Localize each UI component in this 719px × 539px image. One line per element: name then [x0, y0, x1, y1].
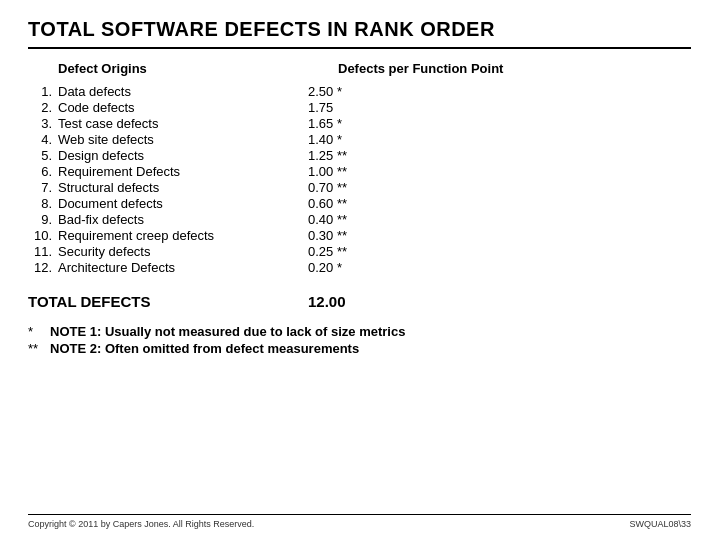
note-text: NOTE 2: Often omitted from defect measur…: [50, 341, 359, 356]
row-value: 1.65 *: [308, 116, 388, 131]
col-defects-header: Defects per Function Point: [338, 61, 503, 76]
note-row: * NOTE 1: Usually not measured due to la…: [28, 324, 691, 339]
row-value: 0.30 **: [308, 228, 388, 243]
row-name: Structural defects: [58, 180, 308, 195]
table-row: 4. Web site defects 1.40 *: [28, 132, 691, 147]
row-number: 4.: [28, 132, 58, 147]
table-row: 9. Bad-fix defects 0.40 **: [28, 212, 691, 227]
row-name: Web site defects: [58, 132, 308, 147]
row-number: 11.: [28, 244, 58, 259]
table-row: 10. Requirement creep defects 0.30 **: [28, 228, 691, 243]
total-value: 12.00: [308, 293, 346, 310]
row-name: Data defects: [58, 84, 308, 99]
row-number: 7.: [28, 180, 58, 195]
row-name: Architecture Defects: [58, 260, 308, 275]
row-value: 1.25 **: [308, 148, 388, 163]
row-number: 6.: [28, 164, 58, 179]
row-value: 0.70 **: [308, 180, 388, 195]
footer-code: SWQUAL08\33: [629, 519, 691, 529]
notes-section: * NOTE 1: Usually not measured due to la…: [28, 324, 691, 358]
row-name: Security defects: [58, 244, 308, 259]
row-value: 0.60 **: [308, 196, 388, 211]
row-value: 1.00 **: [308, 164, 388, 179]
bottom-divider: [28, 514, 691, 515]
row-number: 2.: [28, 100, 58, 115]
row-name: Requirement Defects: [58, 164, 308, 179]
row-name: Requirement creep defects: [58, 228, 308, 243]
table-row: 11. Security defects 0.25 **: [28, 244, 691, 259]
table-row: 6. Requirement Defects 1.00 **: [28, 164, 691, 179]
note-text: NOTE 1: Usually not measured due to lack…: [50, 324, 405, 339]
row-name: Design defects: [58, 148, 308, 163]
content-area: Defect Origins Defects per Function Poin…: [28, 61, 691, 514]
table-row: 5. Design defects 1.25 **: [28, 148, 691, 163]
row-number: 9.: [28, 212, 58, 227]
total-row: TOTAL DEFECTS 12.00: [28, 293, 691, 310]
row-number: 10.: [28, 228, 58, 243]
row-number: 8.: [28, 196, 58, 211]
row-number: 1.: [28, 84, 58, 99]
row-name: Document defects: [58, 196, 308, 211]
column-headers: Defect Origins Defects per Function Poin…: [28, 61, 691, 76]
row-value: 1.40 *: [308, 132, 388, 147]
row-value: 0.20 *: [308, 260, 388, 275]
table-row: 2. Code defects 1.75: [28, 100, 691, 115]
footer-copyright: Copyright © 2011 by Capers Jones. All Ri…: [28, 519, 254, 529]
table-row: 1. Data defects 2.50 *: [28, 84, 691, 99]
table-row: 8. Document defects 0.60 **: [28, 196, 691, 211]
row-number: 5.: [28, 148, 58, 163]
row-value: 1.75: [308, 100, 388, 115]
row-value: 2.50 *: [308, 84, 388, 99]
note-symbol: *: [28, 324, 50, 339]
row-number: 3.: [28, 116, 58, 131]
row-value: 0.25 **: [308, 244, 388, 259]
row-value: 0.40 **: [308, 212, 388, 227]
footer-row: Copyright © 2011 by Capers Jones. All Ri…: [28, 519, 691, 529]
page: TOTAL SOFTWARE DEFECTS IN RANK ORDER Def…: [0, 0, 719, 539]
note-row: ** NOTE 2: Often omitted from defect mea…: [28, 341, 691, 356]
total-label: TOTAL DEFECTS: [28, 293, 308, 310]
table-row: 3. Test case defects 1.65 *: [28, 116, 691, 131]
table-row: 12. Architecture Defects 0.20 *: [28, 260, 691, 275]
row-name: Test case defects: [58, 116, 308, 131]
row-number: 12.: [28, 260, 58, 275]
table-row: 7. Structural defects 0.70 **: [28, 180, 691, 195]
defect-list: 1. Data defects 2.50 * 2. Code defects 1…: [28, 84, 691, 275]
col-origins-header: Defect Origins: [58, 61, 338, 76]
note-symbol: **: [28, 341, 50, 356]
page-title: TOTAL SOFTWARE DEFECTS IN RANK ORDER: [28, 18, 691, 41]
top-divider: [28, 47, 691, 49]
row-name: Bad-fix defects: [58, 212, 308, 227]
row-name: Code defects: [58, 100, 308, 115]
